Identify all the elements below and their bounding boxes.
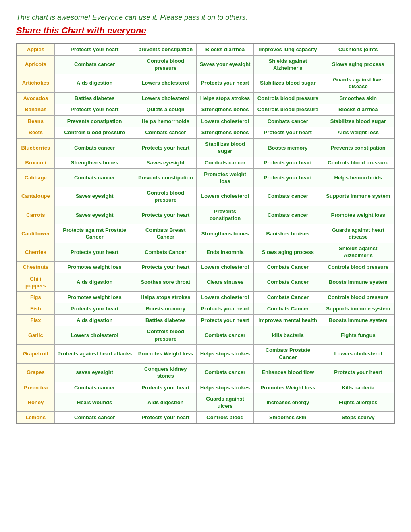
benefit-cell: Fights allergies (322, 393, 394, 412)
benefit-cell: Prevents constipation (54, 115, 135, 127)
benefit-cell: Helps stops strokes (197, 382, 254, 393)
benefit-cell: Improves mental health (254, 314, 322, 326)
benefit-cell: Combats cancer (54, 382, 135, 393)
benefit-cell: Controls blood (197, 412, 254, 424)
benefit-cell: Protects your heart (197, 314, 254, 326)
benefit-cell: Controls blood pressure (135, 55, 196, 74)
fruit-name: Broccoli (17, 157, 54, 169)
benefit-cell: Helps stops strokes (197, 92, 254, 104)
fruit-name: Bananas (17, 104, 54, 116)
benefit-cell: Promotes weight loss (54, 262, 135, 273)
benefit-cell: Combats cancer (254, 206, 322, 224)
benefit-cell: Strengthens bones (197, 127, 254, 139)
benefit-cell: Guards against ulcers (197, 393, 254, 412)
benefit-cell: Stabilizes blood sugar (322, 115, 394, 127)
benefit-cell: Lowers cholesterol (197, 115, 254, 127)
benefit-cell: Combats cancer (54, 412, 135, 424)
benefit-cell: saves eyesight (54, 363, 135, 382)
fruit-name: Carrots (17, 206, 54, 224)
benefit-cell: Combats cancer (197, 157, 254, 169)
benefit-cell: Boosts memory (254, 138, 322, 157)
benefit-cell: Helps stops strokes (197, 345, 254, 363)
benefit-cell: Strengthens bones (54, 157, 135, 169)
benefit-cell: Saves eyesight (135, 157, 196, 169)
benefit-cell: Improves lung capacity (254, 44, 322, 55)
benefit-cell: Conquers kidney stones (135, 363, 196, 382)
benefit-cell: Aids weight loss (322, 127, 394, 139)
share-link[interactable]: Share this Chart with everyone (16, 25, 146, 36)
benefit-cell: Shields against Alzheimer's (254, 55, 322, 74)
fruit-name: Cantaloupe (17, 187, 54, 206)
benefit-cell: Stabilizes blood sugar (254, 74, 322, 92)
fruit-name: Chestnuts (17, 262, 54, 273)
benefit-cell: Protects your heart (135, 138, 196, 157)
benefit-cell: Promotes weight loss (54, 291, 135, 303)
benefit-cell: Promotes Weight loss (135, 345, 196, 363)
fruit-name: Cauliflower (17, 224, 54, 243)
fruit-name: Artichokes (17, 74, 54, 92)
benefit-cell: Combats Cancer (254, 303, 322, 315)
benefit-cell: Fights fungus (322, 326, 394, 345)
benefit-cell: Combats cancer (54, 55, 135, 74)
benefit-cell: Stabilizes blood sugar (197, 138, 254, 157)
fruit-name: Grapes (17, 363, 54, 382)
fruit-name: Beets (17, 127, 54, 139)
fruit-name: Honey (17, 393, 54, 412)
fruit-name: Cherries (17, 243, 54, 261)
benefit-cell: Protects your heart (54, 104, 135, 116)
benefit-cell: Combats cancer (135, 127, 196, 139)
benefit-cell: Quiets a cough (135, 104, 196, 116)
benefit-cell: Combats cancer (54, 138, 135, 157)
benefit-cell: Clears sinuses (197, 273, 254, 291)
benefit-cell: Controls blood pressure (254, 92, 322, 104)
benefit-cell: Combats Prostate Cancer (254, 345, 322, 363)
benefit-cell: Combats cancer (254, 187, 322, 206)
benefit-cell: Shields against Alzheimer's (322, 243, 394, 261)
benefit-cell: prevents constipation (135, 44, 196, 55)
benefit-cell: Lowers cholesterol (54, 326, 135, 345)
benefit-cell: Combats Cancer (254, 291, 322, 303)
benefit-cell: Saves eyesight (54, 206, 135, 224)
fruit-name: Flax (17, 314, 54, 326)
fruit-name: Apricots (17, 55, 54, 74)
benefit-cell: Protects your heart (254, 157, 322, 169)
benefit-cell: Soothes sore throat (135, 273, 196, 291)
benefit-cell: Controls blood pressure (322, 157, 394, 169)
fruit-name: Blueberries (17, 138, 54, 157)
benefit-cell: Protects against heart attacks (54, 345, 135, 363)
benefit-cell: Controls blood pressure (322, 262, 394, 273)
benefit-cell: Protects your heart (54, 44, 135, 55)
benefit-cell: Battles diabetes (135, 314, 196, 326)
benefit-cell: Protects your heart (135, 262, 196, 273)
benefit-cell: Protects against Prostate Cancer (54, 224, 135, 243)
benefit-cell: Protects your heart (135, 206, 196, 224)
benefit-cell: Lowers cholesterol (197, 187, 254, 206)
benefit-cell: Promotes weight loss (197, 168, 254, 187)
benefit-cell: Guards against heart disease (322, 224, 394, 243)
benefit-cell: Enhances blood flow (254, 363, 322, 382)
fruit-name: Chili peppers (17, 273, 54, 291)
benefit-cell: Prevents constipation (197, 206, 254, 224)
fruit-name: Figs (17, 291, 54, 303)
benefit-cell: Saves eyesight (54, 187, 135, 206)
benefit-cell: Stops scurvy (322, 412, 394, 424)
fruit-name: Beans (17, 115, 54, 127)
benefit-cell: Blocks diarrhea (322, 104, 394, 116)
benefit-cell: Banishes bruises (254, 224, 322, 243)
fruit-name: Grapefruit (17, 345, 54, 363)
benefit-cell: Promotes weight loss (322, 206, 394, 224)
benefit-cell: Strengthens bones (197, 224, 254, 243)
benefit-cell: Lowers cholesterol (197, 262, 254, 273)
benefit-cell: Boosts immune system (322, 273, 394, 291)
benefit-cell: Cushions joints (322, 44, 394, 55)
benefit-cell: Protects your heart (197, 74, 254, 92)
benefit-cell: Combats cancer (197, 326, 254, 345)
fruit-name: Cabbage (17, 168, 54, 187)
benefit-cell: Combats Breast Cancer (135, 224, 196, 243)
benefit-cell: Smoothes skin (322, 92, 394, 104)
benefit-cell: Protects your heart (135, 412, 196, 424)
benefit-cell: Combats cancer (197, 363, 254, 382)
fruit-name: Lemons (17, 412, 54, 424)
benefit-cell: Aids digestion (54, 314, 135, 326)
benefit-cell: Protects your heart (254, 127, 322, 139)
